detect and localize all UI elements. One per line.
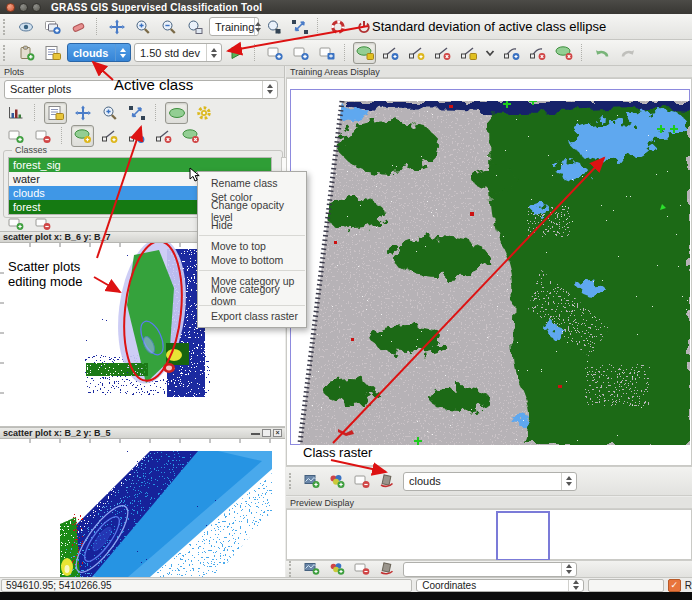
combo-stepper[interactable] <box>206 44 221 61</box>
zoom-in-icon[interactable] <box>98 102 121 124</box>
render-checkbox[interactable]: ✓ <box>668 579 681 592</box>
minimize-button[interactable] <box>19 3 28 12</box>
preview-toolbar <box>286 560 692 577</box>
menu-separator <box>199 235 305 236</box>
line-add-icon[interactable] <box>125 125 148 147</box>
line-delete-icon[interactable] <box>152 125 175 147</box>
remove-class-icon[interactable] <box>31 216 54 232</box>
run-icon[interactable] <box>225 42 248 64</box>
add-group-icon[interactable] <box>325 470 348 492</box>
menu-item-rename-class[interactable]: Rename class <box>198 176 306 190</box>
chevron-down-icon[interactable] <box>483 42 497 64</box>
toolbar-drag-handle[interactable] <box>3 19 10 35</box>
add-vector-icon[interactable] <box>263 42 286 64</box>
toolbar-separator <box>254 44 257 61</box>
toolbar-separator <box>581 44 584 61</box>
plot-minimize-icon[interactable] <box>251 429 260 435</box>
zoom-extent-icon[interactable] <box>125 102 148 124</box>
remove-layer-icon[interactable] <box>350 470 373 492</box>
plot-type-combo[interactable]: Scatter plots <box>4 80 278 99</box>
undo-icon[interactable] <box>590 42 613 64</box>
zoom-region-icon[interactable] <box>183 16 206 38</box>
menu-item-change-opacity[interactable]: Change opacity level <box>198 204 306 218</box>
toolbar-drag-handle[interactable] <box>289 473 296 489</box>
gear-icon[interactable] <box>192 102 215 124</box>
combo-stepper[interactable] <box>568 580 583 591</box>
zoom-training-icon[interactable] <box>262 16 285 38</box>
combo-stepper[interactable] <box>115 44 130 61</box>
erase-display-icon[interactable] <box>375 470 398 492</box>
close-button[interactable] <box>6 3 15 12</box>
vertex-add-icon[interactable] <box>379 42 402 64</box>
application-window: GRASS GIS Supervised Classification Tool… <box>0 0 692 600</box>
draw-area-icon[interactable] <box>353 42 376 64</box>
combo-stepper[interactable] <box>561 473 576 490</box>
combo-stepper[interactable] <box>262 81 277 98</box>
coordinates-readout: 594610.95; 5410266.95 <box>1 579 412 592</box>
preview-canvas[interactable] <box>286 509 692 560</box>
scatter-plot-2-canvas[interactable] <box>0 439 285 577</box>
zoom-in-icon[interactable] <box>131 16 154 38</box>
vertex-star-icon[interactable] <box>405 42 428 64</box>
plot-settings-icon[interactable] <box>44 102 67 124</box>
training-display-caption: Training Areas Display <box>286 66 692 78</box>
add-map-layers-icon[interactable] <box>41 16 64 38</box>
zoom-out-icon[interactable] <box>157 16 180 38</box>
histogram-icon[interactable] <box>4 102 27 124</box>
preview-region-box <box>496 511 550 561</box>
plot-restore-icon[interactable] <box>262 429 271 437</box>
boundary-add-icon[interactable] <box>500 42 523 64</box>
class-raster-value: clouds <box>409 475 441 487</box>
combo-stepper[interactable] <box>561 563 576 576</box>
show-attributes-icon[interactable] <box>15 16 38 38</box>
erase-icon[interactable] <box>67 16 90 38</box>
redo-icon[interactable] <box>616 42 639 64</box>
toolbar-drag-handle[interactable] <box>289 561 296 577</box>
save-vector-icon[interactable] <box>315 42 338 64</box>
active-class-combo[interactable]: clouds <box>67 43 131 62</box>
remove-scatter-plot-icon[interactable] <box>31 125 54 147</box>
add-group-icon[interactable] <box>325 561 348 577</box>
toolbar-drag-handle[interactable] <box>3 45 10 61</box>
menu-item-move-to-top[interactable]: Move to top <box>198 239 306 253</box>
ellipse-star-icon[interactable] <box>71 125 94 147</box>
class-row-forest_sig[interactable]: forest_sig <box>9 158 271 172</box>
add-scatter-plot-icon[interactable] <box>4 125 27 147</box>
vertex-delete-icon[interactable] <box>431 42 454 64</box>
stddev-combo[interactable]: 1.50 std dev <box>134 43 222 62</box>
combo-stepper[interactable] <box>254 18 261 35</box>
add-class-icon[interactable] <box>4 216 27 232</box>
add-raster-icon[interactable] <box>300 561 323 577</box>
statusbar-mode-combo[interactable]: Coordinates <box>416 579 584 592</box>
class-raster-combo[interactable]: clouds <box>403 472 577 491</box>
preview-combo[interactable] <box>403 562 577 577</box>
add-raster-icon[interactable] <box>300 470 323 492</box>
remove-layer-icon[interactable] <box>350 561 373 577</box>
edit-ellipse-icon[interactable] <box>165 102 188 124</box>
classes-label: Classes <box>12 145 50 155</box>
main-toolbar: Training <box>0 14 692 40</box>
ellipse-delete-icon[interactable] <box>179 125 202 147</box>
menu-item-move-category-down[interactable]: Move category down <box>198 288 306 302</box>
maximize-button[interactable] <box>32 3 41 12</box>
quit-power-icon[interactable] <box>352 16 375 38</box>
copy-vector-icon[interactable] <box>289 42 312 64</box>
bottom-strip <box>0 592 692 600</box>
scatter-plot-2-header[interactable]: scatter plot x: B_2 y: B_5 × <box>0 427 285 439</box>
pan-icon[interactable] <box>71 102 94 124</box>
zoom-extent-icon[interactable] <box>288 16 311 38</box>
class-metadata-icon[interactable] <box>41 42 64 64</box>
plot-close-icon[interactable]: × <box>273 429 282 437</box>
help-lifesaver-icon[interactable] <box>326 16 349 38</box>
erase-display-icon[interactable] <box>375 561 398 577</box>
menu-item-export-class-raster[interactable]: Export class raster <box>198 309 306 323</box>
menu-item-move-to-bottom[interactable]: Move to bottom <box>198 253 306 267</box>
boundary-delete-icon[interactable] <box>526 42 549 64</box>
area-delete-icon[interactable] <box>552 42 575 64</box>
map-mode-combo[interactable]: Training <box>209 17 259 36</box>
edit-line-icon[interactable] <box>457 42 480 64</box>
import-training-areas-icon[interactable] <box>15 42 38 64</box>
training-map-canvas[interactable] <box>286 78 692 466</box>
line-star-icon[interactable] <box>98 125 121 147</box>
pan-icon[interactable] <box>105 16 128 38</box>
